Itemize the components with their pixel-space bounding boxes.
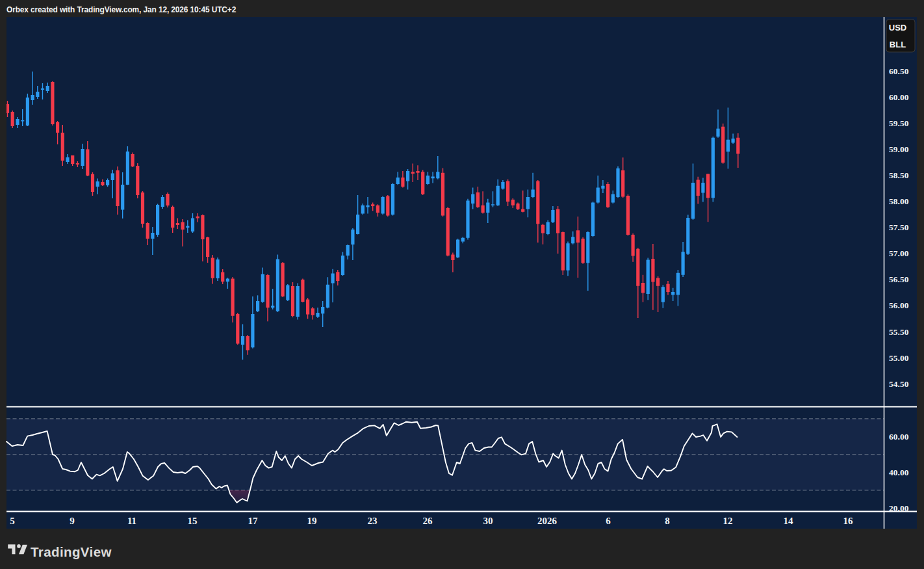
svg-text:56.50: 56.50 [889, 274, 909, 284]
svg-text:11: 11 [127, 516, 136, 526]
svg-text:57.50: 57.50 [889, 222, 909, 232]
svg-text:2026: 2026 [537, 516, 558, 526]
svg-text:16: 16 [843, 516, 854, 526]
svg-text:6: 6 [606, 516, 611, 526]
svg-text:12: 12 [723, 516, 733, 526]
svg-text:8: 8 [665, 516, 670, 526]
svg-text:23: 23 [368, 516, 378, 526]
svg-text:59.50: 59.50 [889, 118, 909, 128]
svg-text:BLL: BLL [890, 40, 906, 49]
svg-text:58.00: 58.00 [889, 196, 909, 206]
svg-text:59.00: 59.00 [889, 144, 909, 154]
svg-text:26: 26 [423, 516, 433, 526]
svg-text:TradingView: TradingView [31, 544, 112, 559]
svg-text:15: 15 [188, 516, 198, 526]
svg-text:55.00: 55.00 [889, 353, 909, 363]
svg-text:19: 19 [307, 516, 317, 526]
svg-text:55.50: 55.50 [889, 327, 909, 337]
svg-text:60.00: 60.00 [889, 432, 909, 442]
svg-text:9: 9 [70, 516, 75, 526]
svg-text:60.50: 60.50 [889, 66, 909, 76]
svg-text:17: 17 [248, 516, 259, 526]
svg-text:14: 14 [784, 516, 794, 526]
svg-text:5: 5 [10, 516, 15, 526]
svg-text:20.00: 20.00 [889, 503, 909, 513]
svg-text:56.00: 56.00 [889, 300, 909, 310]
svg-text:60.00: 60.00 [889, 92, 909, 102]
svg-text:40.00: 40.00 [889, 468, 909, 477]
svg-text:USD: USD [889, 23, 906, 33]
svg-text:30: 30 [483, 516, 493, 526]
svg-text:Orbex created with TradingView: Orbex created with TradingView.com, Jan … [6, 5, 237, 14]
svg-text:54.50: 54.50 [889, 379, 909, 389]
svg-text:57.00: 57.00 [889, 248, 909, 258]
svg-text:58.50: 58.50 [889, 170, 909, 180]
